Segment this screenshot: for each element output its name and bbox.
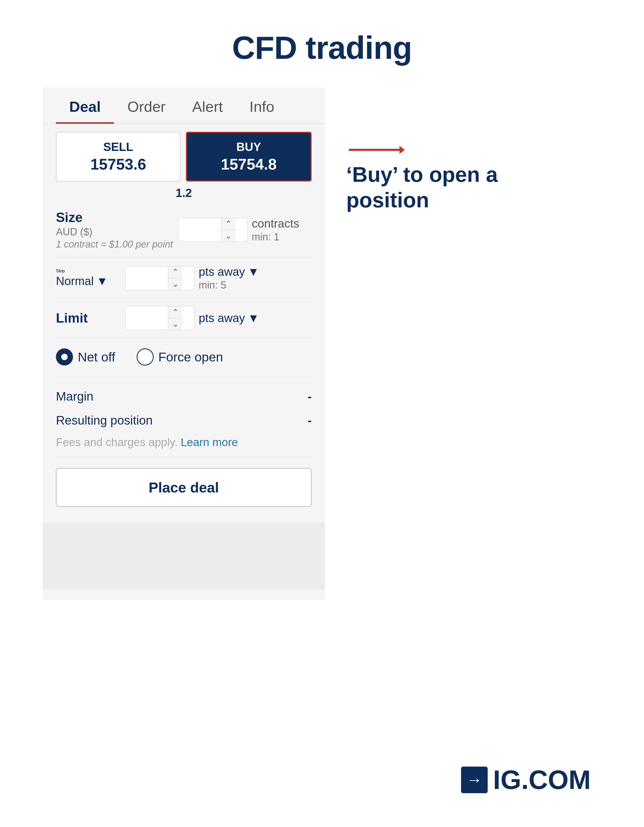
fees-text: Fees and charges apply. Learn more bbox=[56, 436, 312, 449]
tabs-bar: Deal Order Alert Info bbox=[42, 87, 325, 124]
limit-unit-arrow: ▼ bbox=[248, 311, 259, 325]
place-deal-wrap: Place deal bbox=[42, 457, 325, 523]
tab-alert[interactable]: Alert bbox=[179, 87, 236, 123]
tab-order[interactable]: Order bbox=[114, 87, 179, 123]
limit-input-group: ⌃ ⌄ pts away ▼ bbox=[125, 306, 312, 330]
limit-increment-button[interactable]: ⌃ bbox=[168, 306, 183, 318]
net-off-radio-circle bbox=[56, 348, 73, 365]
size-input-wrap: ⌃ ⌄ bbox=[178, 218, 247, 242]
stop-label-group: Stop Normal ▼ bbox=[56, 268, 120, 288]
trading-panel: Deal Order Alert Info SELL 15753.6 BUY 1… bbox=[42, 87, 325, 600]
limit-unit-dropdown[interactable]: pts away ▼ bbox=[199, 311, 259, 325]
annotation-arrow bbox=[346, 143, 405, 156]
stop-input-group: ⌃ ⌄ pts away ▼ min: 5 bbox=[125, 265, 312, 291]
limit-stepper: ⌃ ⌄ bbox=[168, 306, 183, 330]
stop-dropdown[interactable]: Normal ▼ bbox=[56, 275, 120, 288]
limit-input[interactable] bbox=[125, 306, 168, 330]
size-decrement-button[interactable]: ⌄ bbox=[221, 230, 236, 242]
size-input-group: ⌃ ⌄ contracts min: 1 bbox=[178, 217, 312, 243]
stop-row: Stop Normal ▼ ⌃ ⌄ bbox=[56, 257, 312, 299]
ig-logo-text: IG.COM bbox=[493, 765, 591, 795]
content-area: Deal Order Alert Info SELL 15753.6 BUY 1… bbox=[0, 87, 644, 600]
annotation-area: ‘Buy’ to open a position bbox=[346, 143, 533, 213]
stop-unit-arrow: ▼ bbox=[248, 265, 259, 278]
size-label-group: Size AUD ($) 1 contract = $1.00 per poin… bbox=[56, 210, 173, 250]
size-increment-button[interactable]: ⌃ bbox=[221, 218, 236, 230]
panel-bottom-bg bbox=[42, 523, 325, 589]
buy-button[interactable]: BUY 15754.8 bbox=[186, 132, 312, 181]
net-off-radio[interactable]: Net off bbox=[56, 348, 115, 365]
page-title: CFD trading bbox=[0, 29, 644, 66]
size-unit: contracts min: 1 bbox=[252, 217, 299, 243]
stop-unit-dropdown[interactable]: pts away ▼ bbox=[199, 265, 259, 278]
info-rows: Margin - Resulting position - Fees and c… bbox=[42, 376, 325, 449]
margin-row: Margin - bbox=[56, 384, 312, 408]
tab-info[interactable]: Info bbox=[236, 87, 288, 123]
limit-input-wrap: ⌃ ⌄ bbox=[125, 306, 194, 330]
stop-input-wrap: ⌃ ⌄ bbox=[125, 266, 194, 290]
limit-unit: pts away ▼ bbox=[199, 311, 259, 325]
radio-row: Net off Force open bbox=[56, 338, 312, 376]
stop-dropdown-arrow: ▼ bbox=[97, 275, 108, 288]
stop-input[interactable] bbox=[125, 267, 168, 290]
stop-decrement-button[interactable]: ⌄ bbox=[168, 278, 183, 290]
force-open-radio[interactable]: Force open bbox=[137, 348, 223, 365]
annotation-text: ‘Buy’ to open a position bbox=[346, 162, 533, 213]
ig-logo-area: → IG.COM bbox=[461, 765, 591, 795]
spread-row: 1.2 bbox=[42, 186, 325, 200]
limit-label-group: Limit bbox=[56, 311, 120, 326]
place-deal-button[interactable]: Place deal bbox=[56, 468, 312, 507]
force-open-radio-circle bbox=[137, 348, 154, 365]
sell-button[interactable]: SELL 15753.6 bbox=[56, 132, 181, 181]
size-input[interactable] bbox=[178, 218, 221, 242]
learn-more-link[interactable]: Learn more bbox=[181, 436, 238, 448]
stop-increment-button[interactable]: ⌃ bbox=[168, 267, 183, 278]
page-title-area: CFD trading bbox=[0, 0, 644, 66]
resulting-position-row: Resulting position - bbox=[56, 408, 312, 432]
tab-deal[interactable]: Deal bbox=[56, 87, 114, 123]
limit-decrement-button[interactable]: ⌄ bbox=[168, 318, 183, 330]
size-stepper: ⌃ ⌄ bbox=[221, 218, 236, 242]
svg-marker-1 bbox=[400, 146, 405, 154]
buy-sell-row: SELL 15753.6 BUY 15754.8 bbox=[56, 132, 312, 181]
ig-arrow-box: → bbox=[461, 766, 488, 793]
stop-unit: pts away ▼ min: 5 bbox=[199, 265, 259, 291]
size-row: Size AUD ($) 1 contract = $1.00 per poin… bbox=[56, 202, 312, 257]
stop-stepper: ⌃ ⌄ bbox=[168, 267, 183, 290]
limit-row: Limit ⌃ ⌄ pts away ▼ bbox=[56, 299, 312, 338]
form-section: Size AUD ($) 1 contract = $1.00 per poin… bbox=[42, 202, 325, 376]
